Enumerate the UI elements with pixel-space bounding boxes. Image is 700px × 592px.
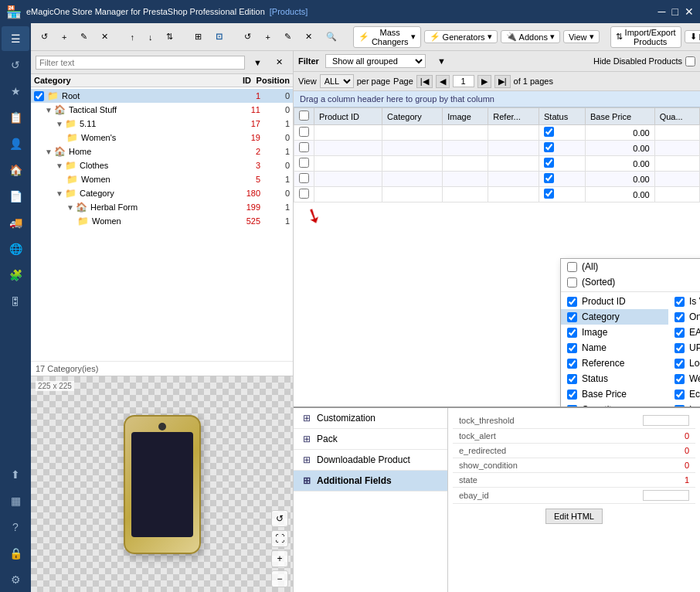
status-checkbox3[interactable]: [544, 158, 554, 168]
tree-item-women2[interactable]: 📁 Women 525 1: [31, 214, 293, 228]
col-option-eco-tax[interactable]: Eco-tax: [668, 386, 700, 402]
hide-disabled-checkbox[interactable]: [685, 56, 695, 66]
col-checkbox-all[interactable]: [567, 262, 577, 272]
image-expand-btn[interactable]: ⛶: [271, 530, 288, 547]
column-chooser-dropdown[interactable]: (All) (Sorted) Product ID Category Image: [560, 258, 700, 407]
sidebar-icon-person[interactable]: 👤: [2, 131, 29, 156]
tree-item-herbal[interactable]: ▼ 🏠 Herbal Form 199 1: [31, 200, 293, 214]
sidebar-icon-star[interactable]: ★: [2, 79, 29, 104]
sidebar-icon-sliders[interactable]: 🎛: [2, 289, 29, 314]
col-option-indexed[interactable]: Indexed: [668, 402, 700, 407]
mass-changers-dropdown[interactable]: ⚡ Mass Changers ▾: [353, 26, 421, 48]
row-checkbox5[interactable]: [299, 189, 309, 199]
tree-item-tactical[interactable]: ▼ 🏠 Tactical Stuff 11 0: [31, 103, 293, 117]
field-input-ebay[interactable]: [643, 490, 689, 501]
col-option-name[interactable]: Name: [561, 340, 668, 356]
image-refresh-btn[interactable]: ↺: [271, 510, 288, 527]
toolbar-delete[interactable]: ✕: [96, 29, 114, 44]
col-checkbox-category[interactable]: [567, 312, 577, 322]
row-checkbox4[interactable]: [299, 173, 309, 183]
grid-container[interactable]: Product ID Category Image Refer... Statu…: [294, 107, 700, 407]
bottom-item-downloadable[interactable]: ⊞ Downloadable Product: [294, 450, 447, 471]
sidebar-icon-upload[interactable]: ⬆: [2, 462, 29, 487]
col-checkbox-status[interactable]: [567, 374, 577, 384]
expand-icon[interactable]: ▼: [45, 106, 54, 114]
col-option-ean13[interactable]: EAN13: [668, 325, 700, 340]
tree-checkbox-root[interactable]: [34, 91, 44, 101]
edit-html-btn[interactable]: Edit HTML: [545, 509, 603, 524]
col-checkbox-reference[interactable]: [567, 359, 577, 369]
expand-icon5[interactable]: ▼: [56, 189, 65, 198]
tree-item-root[interactable]: 📁 Root 1 0: [31, 89, 293, 103]
col-image[interactable]: Image: [443, 108, 488, 125]
select-all-checkbox[interactable]: [299, 111, 309, 121]
col-checkbox-ean13[interactable]: [675, 328, 685, 338]
toolbar-grid[interactable]: ⊞: [189, 29, 207, 44]
import-export-btn[interactable]: ⇅ Import/Export Products: [610, 26, 681, 48]
table-row[interactable]: 0.00: [294, 156, 700, 172]
col-option-status[interactable]: Status: [561, 371, 668, 386]
generators-dropdown[interactable]: ⚡ Generators ▾: [424, 30, 498, 43]
row-checkbox[interactable]: [299, 127, 309, 137]
minimize-btn[interactable]: ─: [658, 5, 666, 18]
sidebar-icon-truck[interactable]: 🚚: [2, 210, 29, 235]
table-row[interactable]: 0.00: [294, 187, 700, 202]
col-quantity[interactable]: Qua...: [654, 108, 699, 125]
expand-icon6[interactable]: ▼: [66, 203, 76, 212]
sidebar-icon-globe[interactable]: 🌐: [2, 236, 29, 261]
col-checkbox-quantity[interactable]: [567, 405, 577, 407]
first-page-btn[interactable]: |◀: [416, 75, 433, 88]
maximize-btn[interactable]: □: [672, 5, 678, 18]
last-page-btn[interactable]: ▶|: [494, 75, 511, 88]
status-checkbox2[interactable]: [544, 142, 554, 152]
right-add[interactable]: +: [260, 30, 275, 44]
col-checkbox-image[interactable]: [567, 328, 577, 338]
tree-item-womens[interactable]: 📁 Women's 19 0: [31, 131, 293, 145]
right-edit[interactable]: ✎: [279, 29, 297, 44]
sidebar-icon-catalog[interactable]: 📋: [2, 105, 29, 130]
col-option-category[interactable]: Category: [561, 309, 668, 325]
tree-item-clothes[interactable]: ▼ 📁 Clothes 3 0: [31, 158, 293, 172]
filter-clear-btn[interactable]: ✕: [270, 55, 288, 70]
row-checkbox3[interactable]: [299, 158, 309, 168]
right-refresh[interactable]: ↺: [239, 29, 257, 44]
col-base-price[interactable]: Base Price: [585, 108, 654, 125]
sidebar-icon-home[interactable]: 🏠: [2, 158, 29, 182]
toolbar-sort[interactable]: ⇅: [161, 29, 178, 44]
col-product-id[interactable]: Product ID: [314, 108, 382, 125]
image-zoom-in-btn[interactable]: +: [271, 550, 288, 567]
col-select[interactable]: [294, 108, 314, 125]
col-checkbox-indexed[interactable]: [675, 405, 685, 407]
table-row[interactable]: 0.00: [294, 172, 700, 187]
col-option-all[interactable]: (All): [561, 259, 700, 274]
col-option-quantity[interactable]: Quantity: [561, 402, 668, 407]
next-page-btn[interactable]: ▶: [477, 75, 491, 88]
table-row[interactable]: 0.00: [294, 125, 700, 141]
col-checkbox-eco-tax[interactable]: [675, 390, 685, 400]
col-checkbox-base-price[interactable]: [567, 390, 577, 400]
prev-page-btn[interactable]: ◀: [436, 75, 450, 88]
tree-item-511[interactable]: ▼ 📁 5.11 17 1: [31, 117, 293, 131]
page-input[interactable]: [453, 75, 474, 87]
toolbar-refresh[interactable]: ↺: [36, 29, 53, 44]
view-dropdown[interactable]: View ▾: [563, 30, 600, 43]
col-checkbox-product-id[interactable]: [567, 297, 577, 307]
col-checkbox-weight[interactable]: [675, 374, 685, 384]
right-delete[interactable]: ✕: [300, 29, 318, 44]
col-option-upc[interactable]: UPC: [668, 340, 700, 356]
right-search[interactable]: 🔍: [321, 29, 342, 44]
toolbar-add[interactable]: +: [56, 30, 72, 44]
col-checkbox-on-sale[interactable]: [675, 312, 685, 322]
status-checkbox[interactable]: [544, 127, 554, 137]
col-checkbox-is-virtual[interactable]: [675, 297, 685, 307]
field-value[interactable]: [598, 413, 695, 429]
toolbar-columns[interactable]: ⊡: [210, 29, 228, 44]
close-btn[interactable]: ✕: [685, 5, 694, 18]
col-option-is-virtual[interactable]: Is Virtual: [668, 294, 700, 309]
bottom-item-customization[interactable]: ⊞ Customization: [294, 408, 447, 429]
col-status[interactable]: Status: [539, 108, 586, 125]
sidebar-icon-list[interactable]: 📄: [2, 184, 29, 209]
col-option-on-sale[interactable]: On Sale: [668, 309, 700, 325]
row-checkbox2[interactable]: [299, 142, 309, 152]
sidebar-icon-settings[interactable]: ⚙: [2, 567, 29, 592]
